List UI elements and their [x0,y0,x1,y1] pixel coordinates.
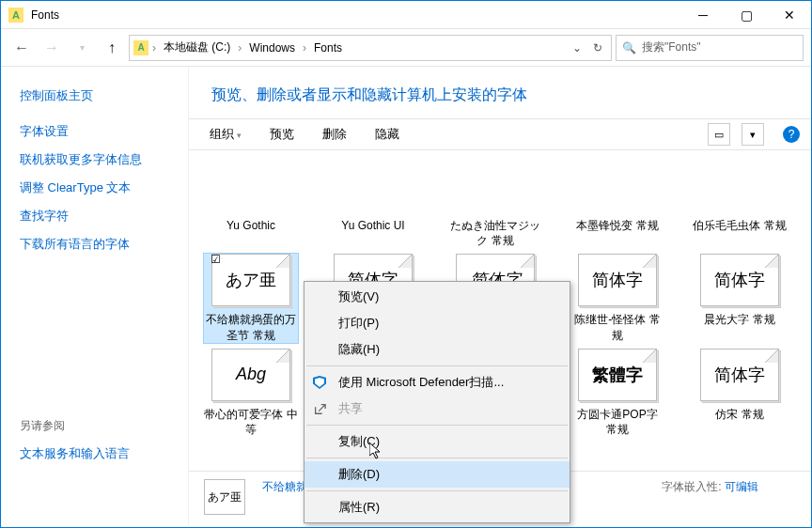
sidebar-download-all[interactable]: 下载所有语言的字体 [20,230,169,258]
ctx-print[interactable]: 打印(P) [304,310,570,336]
refresh-button[interactable]: ↻ [588,41,607,54]
ctx-delete[interactable]: 删除(D) [304,461,570,488]
ctx-properties[interactable]: 属性(R) [304,494,570,520]
organize-button[interactable]: 组织 [200,122,251,147]
breadcrumb-drive[interactable]: 本地磁盘 (C:) [160,38,234,57]
search-icon: 🔍 [622,41,636,54]
sidebar-home[interactable]: 控制面板主页 [20,82,169,110]
close-button[interactable]: ✕ [768,1,811,29]
fonts-folder-icon: A [133,40,148,55]
font-item[interactable]: 繁體字方圆卡通POP字 常规 [570,349,664,437]
ctx-copy[interactable]: 复制(C) [304,428,570,455]
recent-dropdown[interactable]: ▾ [69,35,95,61]
search-input[interactable]: 🔍 搜索"Fonts" [616,35,804,61]
chevron-right-icon[interactable]: › [150,41,158,54]
chevron-right-icon[interactable]: › [236,41,243,54]
view-pane-button[interactable]: ▭ [708,123,730,146]
maximize-button[interactable]: ▢ [725,1,768,29]
back-button[interactable]: ← [8,35,35,61]
sidebar: 控制面板主页 字体设置 联机获取更多字体信息 调整 ClearType 文本 查… [1,67,189,525]
toolbar: 组织 预览 删除 隐藏 ▭ ▾ ? [189,118,811,150]
font-item[interactable]: 简体字陈继世-怪怪体 常规 [570,254,664,342]
fonts-folder-icon: A [8,8,23,23]
font-item[interactable]: 简体字晨光大字 常规 [693,254,787,342]
help-button[interactable]: ? [783,126,800,143]
address-dropdown[interactable]: ⌄ [568,41,586,54]
chevron-right-icon[interactable]: › [301,41,308,54]
preview-button[interactable]: 预览 [260,122,304,147]
sidebar-font-settings[interactable]: 字体设置 [20,117,169,146]
font-item[interactable]: Yu Gothic [204,160,298,248]
navbar: ← → ▾ ↑ A › 本地磁盘 (C:) › Windows › Fonts … [1,29,811,67]
shield-icon [312,375,327,390]
font-item-selected[interactable]: ☑あア亜 不给糖就捣蛋的万圣节 常规 [204,254,298,342]
font-item[interactable]: 简体字仿宋 常规 [693,349,787,437]
context-menu: 预览(V) 打印(P) 隐藏(H) 使用 Microsoft Defender扫… [304,281,570,523]
forward-button[interactable]: → [39,35,65,61]
ctx-share[interactable]: 共享 [304,396,570,422]
font-item[interactable]: 本墨锋悦变 常规 [570,160,664,248]
titlebar: A Fonts ─ ▢ ✕ [1,1,811,29]
share-icon [312,401,327,416]
delete-button[interactable]: 删除 [313,122,356,147]
search-placeholder: 搜索"Fonts" [642,39,701,55]
font-item[interactable]: Yu Gothic UI [326,160,420,248]
sidebar-online-fonts[interactable]: 联机获取更多字体信息 [20,146,169,174]
ctx-defender[interactable]: 使用 Microsoft Defender扫描... [304,369,570,396]
breadcrumb-fonts[interactable]: Fonts [310,39,346,56]
breadcrumb-windows[interactable]: Windows [245,39,299,56]
window-title: Fonts [31,8,59,22]
hide-button[interactable]: 隐藏 [366,122,409,147]
font-item[interactable]: 伯乐毛毛虫体 常规 [693,160,787,248]
up-button[interactable]: ↑ [99,35,125,61]
checkbox-icon[interactable]: ☑ [211,253,221,266]
sidebar-find-char[interactable]: 查找字符 [20,202,169,230]
font-item[interactable]: Abg带心的可爱字体 中等 [204,349,298,437]
sidebar-seealso-label: 另请参阅 [20,418,169,434]
ctx-hide[interactable]: 隐藏(H) [304,336,570,363]
sidebar-cleartype[interactable]: 调整 ClearType 文本 [20,174,169,202]
minimize-button[interactable]: ─ [681,1,725,29]
view-mode-button[interactable]: ▾ [742,123,764,146]
address-bar[interactable]: A › 本地磁盘 (C:) › Windows › Fonts ⌄ ↻ [129,35,612,61]
font-item[interactable]: たぬき油性マジック 常规 [448,160,542,248]
sidebar-text-services[interactable]: 文本服务和输入语言 [20,440,169,468]
page-title: 预览、删除或者显示和隐藏计算机上安装的字体 [189,67,811,118]
status-thumb: あア亜 [204,479,245,515]
ctx-preview[interactable]: 预览(V) [304,284,570,310]
